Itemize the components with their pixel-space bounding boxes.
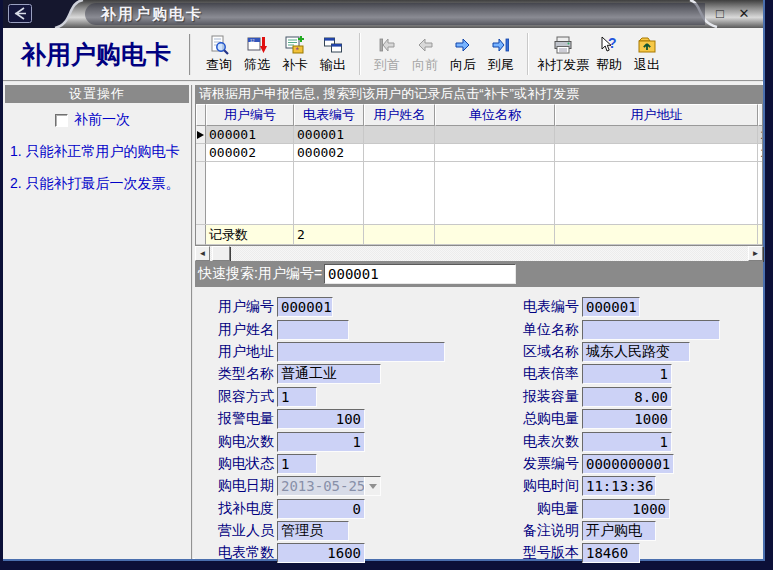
toolbar-button-output[interactable]: 输出 (315, 30, 351, 78)
toolbar-button-query[interactable]: 查询 (201, 30, 237, 78)
form-field[interactable]: 管理员 (277, 521, 349, 541)
checkbox-previous-card[interactable]: 补前一次 (55, 111, 130, 129)
toolbar-button-label: 查询 (206, 56, 232, 74)
form-field[interactable] (582, 320, 720, 340)
row-selector (196, 126, 206, 144)
form-field[interactable]: 000001 (277, 297, 333, 317)
form-field[interactable]: 1000 (582, 499, 670, 519)
form-label: 电表次数 (500, 433, 582, 451)
table-row[interactable]: 000002000002城东人民路变 (196, 144, 762, 162)
form-row: 报警电量100 (195, 408, 500, 430)
sidebar-header: 设置操作 (5, 85, 189, 103)
form-field[interactable]: 1 (582, 364, 672, 384)
chevron-down-icon (369, 484, 377, 489)
form-row: 用户姓名 (195, 318, 500, 340)
toolbar-button-label: 向前 (412, 56, 438, 74)
form-field[interactable]: 1000 (582, 409, 672, 429)
form-row: 单位名称 (500, 318, 763, 340)
form-field[interactable]: 0 (277, 499, 365, 519)
form-field[interactable]: 1600 (277, 543, 365, 563)
date-combobox[interactable]: 2013-05-25 (277, 476, 381, 496)
scrollbar-track[interactable] (210, 246, 748, 261)
scroll-left-button[interactable]: ◄ (195, 246, 210, 261)
toolbar-button-label: 补卡 (282, 56, 308, 74)
form-field[interactable]: 1 (277, 454, 317, 474)
sidebar-note-1: 1. 只能补正常用户的购电卡 (10, 143, 180, 161)
quick-search-input[interactable] (324, 264, 516, 284)
form-field[interactable]: 000001 (582, 297, 640, 317)
table-cell-empty (294, 162, 364, 224)
form-label: 购电次数 (195, 433, 277, 451)
column-header-partial (758, 104, 763, 126)
form-row: 找补电度0 (195, 498, 500, 520)
horizontal-scrollbar[interactable]: ◄ ► (195, 246, 763, 261)
form-label: 用户编号 (195, 298, 277, 316)
toolbar-button-prev[interactable]: 向前 (407, 30, 443, 78)
toolbar-button-card[interactable]: *补卡 (277, 30, 313, 78)
scroll-right-button[interactable]: ► (748, 246, 763, 261)
table-cell (364, 126, 435, 144)
toolbar-button-first[interactable]: 到首 (369, 30, 405, 78)
form-field[interactable]: 18460 (582, 543, 640, 563)
form-label: 用户姓名 (195, 321, 277, 339)
nav-first-icon (377, 35, 397, 55)
form-field[interactable]: 0000000001 (582, 454, 674, 474)
form-field[interactable]: 11:13:36 (582, 476, 656, 496)
form-row: 电表编号000001 (500, 296, 763, 318)
form-label: 单位名称 (500, 321, 582, 339)
table-cell: 000001 (206, 126, 294, 144)
toolbar-button-filter[interactable]: 12筛选 (239, 30, 275, 78)
table-row[interactable]: 000001000001城东人民路变 (196, 126, 762, 144)
title-bar[interactable]: 补用户购电卡 □ ✕ (3, 0, 763, 28)
form-row: 营业人员管理员 (195, 520, 500, 542)
close-button[interactable]: ✕ (735, 6, 753, 22)
form-field[interactable]: 1 (277, 387, 317, 407)
form-field[interactable]: 城东人民路变 (582, 342, 690, 362)
form-row: 类型名称普通工业 (195, 363, 500, 385)
footer-cell (435, 225, 555, 245)
row-selector (196, 144, 206, 162)
toolbar-button-label: 到尾 (488, 56, 514, 74)
output-icon (323, 35, 343, 55)
exit-folder-icon (637, 35, 657, 55)
user-table: 用户编号电表编号用户姓名单位名称用户地址000001000001城东人民路变00… (195, 103, 763, 246)
printer-icon (553, 35, 573, 55)
form-field[interactable]: 1 (277, 432, 365, 452)
form-field[interactable]: 100 (277, 409, 365, 429)
column-header: 电表编号 (294, 104, 364, 126)
toolbar-button-label: 帮助 (596, 56, 622, 74)
form-row: 总购电量1000 (500, 408, 763, 430)
form-row: 购电日期2013-05-25 (195, 475, 500, 497)
svg-text:?: ? (608, 35, 617, 51)
toolbar-button-help[interactable]: ?帮助 (591, 30, 627, 78)
column-header: 用户编号 (206, 104, 294, 126)
combobox-dropdown-button[interactable] (364, 477, 380, 495)
toolbar-button-exit[interactable]: 退出 (629, 30, 665, 78)
form-field[interactable]: 8.00 (582, 387, 672, 407)
toolbar-button-last[interactable]: 到尾 (483, 30, 519, 78)
table-cell-empty (555, 162, 758, 224)
toolbar-separator (359, 33, 361, 75)
main-area: 请根据用户申报信息, 搜索到该用户的记录后点击“补卡”或补打发票 用户编号电表编… (195, 85, 763, 559)
table-cell: 000001 (294, 126, 364, 144)
maximize-button[interactable]: □ (711, 6, 729, 22)
quick-search-bar: 快速搜索:用户编号= (195, 261, 763, 287)
nav-last-icon (491, 35, 511, 55)
toolbar-button-invoice[interactable]: 补打发票 (537, 30, 589, 78)
instruction-bar: 请根据用户申报信息, 搜索到该用户的记录后点击“补卡”或补打发票 (195, 85, 763, 103)
form-row: 购电量1000 (500, 498, 763, 520)
form-field[interactable]: 1 (582, 432, 672, 452)
form-field[interactable]: 开户购电 (582, 521, 656, 541)
form-label: 类型名称 (195, 365, 277, 383)
table-cell-empty (435, 162, 555, 224)
form-field[interactable]: 普通工业 (277, 364, 381, 384)
form-label: 营业人员 (195, 522, 277, 540)
toolbar-button-label: 输出 (320, 56, 346, 74)
checkbox-box[interactable] (55, 114, 68, 127)
form-field[interactable] (277, 342, 445, 362)
table-cell (435, 144, 555, 162)
scrollbar-thumb[interactable] (212, 246, 230, 261)
form-field[interactable] (277, 320, 349, 340)
toolbar-button-next[interactable]: 向后 (445, 30, 481, 78)
combobox-value: 2013-05-25 (278, 477, 364, 495)
